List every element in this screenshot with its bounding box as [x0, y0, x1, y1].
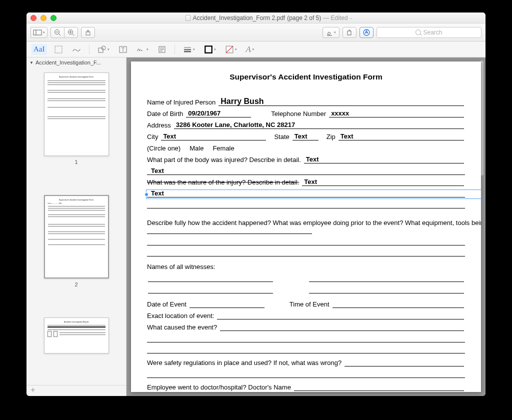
sketch-tool-button[interactable]	[70, 44, 83, 55]
blank-line[interactable]	[147, 249, 465, 256]
markup-button[interactable]	[360, 27, 374, 38]
text-box-button[interactable]: T	[116, 44, 130, 55]
field-addr[interactable]: 3286 Kooter Lane, Charlotte, NC 28217	[174, 122, 464, 129]
pdf-page[interactable]: Supervisor's Accident Investigation Form…	[131, 62, 481, 392]
blank-line[interactable]	[147, 238, 465, 246]
zoom-in-button[interactable]	[64, 27, 78, 38]
thumbnail-page-1[interactable]: Supervisor's Accident Investigation Form	[44, 72, 109, 156]
sign-button[interactable]: ▾	[134, 44, 150, 55]
font-button[interactable]: A▾	[244, 44, 256, 55]
field-doctor[interactable]	[294, 384, 464, 391]
blank-line[interactable]	[147, 201, 465, 208]
label-witnesses: Names of all witnesses:	[147, 263, 216, 270]
titlebar[interactable]: Accident_Investigation_Form 2.pdf (page …	[26, 12, 486, 24]
field-zip[interactable]: Text	[338, 133, 464, 140]
outline-row[interactable]: ▼Accident_Investigation_F...	[26, 58, 126, 68]
svg-text:T: T	[121, 47, 124, 52]
search-input[interactable]: Search	[376, 27, 482, 38]
thumbnail-list[interactable]: Supervisor's Accident Investigation Form…	[26, 68, 126, 385]
option-female[interactable]: Female	[212, 144, 234, 152]
search-placeholder: Search	[423, 29, 442, 36]
selection-handle-left[interactable]	[144, 192, 148, 196]
option-male[interactable]: Male	[190, 144, 204, 152]
minimize-icon[interactable]	[40, 15, 46, 21]
window-title: Accident_Investigation_Form 2.pdf (page …	[56, 14, 482, 22]
field-witness2b[interactable]	[309, 286, 464, 294]
search-icon	[416, 30, 421, 35]
zoom-out-button[interactable]	[50, 27, 64, 38]
thumbnail-page-2[interactable]: Supervisor's Accident Investigation Form…	[44, 195, 109, 278]
value-addr: 3286 Kooter Lane, Charlotte, NC 28217	[176, 121, 295, 128]
thumbnail-page-3[interactable]: Accident Investigation Report	[44, 318, 109, 354]
field-city[interactable]: Text	[161, 133, 266, 140]
label-nature: What was the nature of the injury? Descr…	[147, 178, 299, 186]
field-safety[interactable]	[344, 359, 464, 366]
svg-rect-0	[34, 30, 42, 35]
field-loc[interactable]	[217, 312, 464, 320]
label-city: City	[147, 133, 158, 140]
field-nature[interactable]: Text	[302, 178, 464, 186]
value-nature: Text	[304, 178, 317, 186]
main-toolbar: ▾ ▾ Search	[26, 24, 486, 42]
field-witness2a[interactable]	[148, 286, 273, 294]
blank-line[interactable]	[147, 370, 465, 378]
field-body[interactable]: Text	[304, 156, 464, 164]
border-color-button[interactable]: ▾	[202, 44, 218, 55]
value-body: Text	[306, 156, 319, 163]
field-timeev[interactable]	[332, 300, 464, 308]
chevron-down-icon[interactable]: ⌵	[350, 16, 352, 20]
field-name[interactable]: Harry Bush	[218, 98, 464, 106]
zoom-icon[interactable]	[50, 15, 56, 21]
select-tool-button[interactable]	[52, 44, 65, 55]
add-page-button[interactable]: +	[26, 385, 126, 396]
field-state[interactable]: Text	[292, 133, 318, 140]
field-witness1a[interactable]	[148, 274, 273, 282]
svg-line-3	[59, 34, 61, 36]
field-nature-line2[interactable]: Text	[147, 190, 465, 198]
blank-line[interactable]	[147, 346, 465, 354]
blank-line[interactable]	[147, 335, 465, 342]
highlight-button[interactable]: ▾	[322, 27, 340, 38]
fill-color-button[interactable]: ▾	[223, 44, 239, 55]
field-dob[interactable]: 09/20/1967	[186, 110, 251, 118]
text-selection-box[interactable]	[146, 190, 481, 199]
svg-rect-12	[348, 31, 351, 35]
field-body-line2[interactable]: Text	[147, 168, 465, 175]
value-zip: Text	[340, 132, 354, 140]
close-icon[interactable]	[30, 15, 36, 21]
content-area: ▼Accident_Investigation_F... Supervisor'…	[26, 58, 486, 396]
label-addr: Address	[147, 122, 171, 129]
label-circle: (Circle one)	[147, 144, 180, 152]
value-city: Text	[163, 132, 176, 140]
label-dob: Date of Birth	[147, 110, 183, 118]
svg-rect-14	[55, 46, 62, 53]
text-style-button[interactable]: AaI	[32, 44, 47, 55]
share-button[interactable]	[81, 27, 95, 38]
value-state: Text	[294, 132, 308, 140]
traffic-lights	[30, 15, 56, 21]
svg-rect-26	[205, 46, 212, 53]
markup-toolbar: AaI ▾ T ▾ ▾ ▾ ▾ A▾	[26, 42, 486, 58]
label-name: Name of Injured Person	[147, 98, 216, 106]
sidebar-toggle-button[interactable]: ▾	[30, 27, 48, 38]
field-cause[interactable]	[220, 324, 464, 331]
label-safety: Were safety regulations in place and use…	[147, 359, 342, 366]
field-tel[interactable]: xxxxx	[329, 110, 464, 118]
label-loc: Exact location of event:	[147, 312, 214, 320]
label-body: What part of the body was injured? Descr…	[147, 156, 301, 164]
field-witness1b[interactable]	[309, 274, 464, 282]
label-dateev: Date of Event	[147, 300, 186, 308]
value-body2: Text	[151, 167, 164, 174]
thumbnail-1-label: 1	[26, 159, 126, 165]
svg-line-6	[72, 34, 74, 36]
disclosure-triangle-icon[interactable]: ▼	[30, 60, 34, 65]
rotate-button[interactable]	[342, 27, 356, 38]
shapes-button[interactable]: ▾	[96, 44, 112, 55]
note-button[interactable]	[156, 44, 168, 55]
document-viewport[interactable]: Supervisor's Accident Investigation Form…	[126, 58, 486, 396]
field-dateev[interactable]	[190, 300, 264, 308]
border-style-button[interactable]: ▾	[181, 44, 197, 55]
label-cause: What caused the event?	[147, 324, 217, 331]
field-describe[interactable]	[147, 228, 312, 234]
label-tel: Telephone Number	[271, 110, 326, 118]
